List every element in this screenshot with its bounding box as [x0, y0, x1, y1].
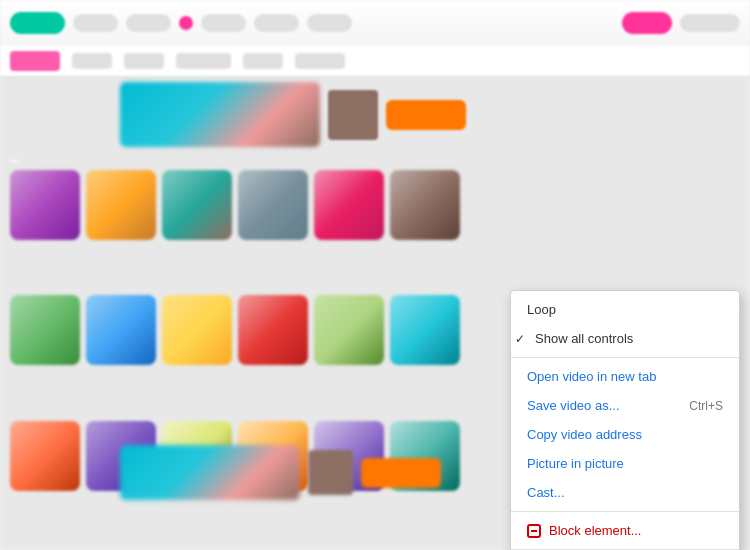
menu-item-show-all-controls[interactable]: ✓ Show all controls [511, 324, 739, 353]
save-video-as-label: Save video as... [527, 398, 620, 413]
nav-item-6 [680, 14, 740, 32]
menu-item-picture-in-picture[interactable]: Picture in picture [511, 449, 739, 478]
tab-3 [124, 53, 164, 69]
nav-dot [179, 16, 193, 30]
block-element-icon [527, 524, 541, 538]
menu-item-copy-video-address[interactable]: Copy video address [511, 420, 739, 449]
menu-divider-2 [511, 511, 739, 512]
grid-thumb-3 [162, 170, 232, 240]
hero-banner-area [120, 77, 630, 152]
grid-thumb-12 [390, 295, 460, 365]
hero-thumbnail [328, 90, 378, 140]
tab-active [10, 51, 60, 71]
open-video-new-tab-label: Open video in new tab [527, 369, 656, 384]
nav-item-2 [126, 14, 171, 32]
grid-thumb-2 [86, 170, 156, 240]
tab-4 [176, 53, 231, 69]
context-menu: Loop ✓ Show all controls Open video in n… [510, 290, 740, 550]
tab-5 [243, 53, 283, 69]
grid-thumb-1 [10, 170, 80, 240]
nav-bar [0, 0, 750, 45]
nav-item-3 [201, 14, 246, 32]
nav-cta-button [622, 12, 672, 34]
nav-logo [10, 12, 65, 34]
hero-image-2 [120, 445, 300, 500]
menu-divider-1 [511, 357, 739, 358]
loop-label: Loop [527, 302, 556, 317]
menu-item-open-video-new-tab[interactable]: Open video in new tab [511, 362, 739, 391]
grid-thumb-8 [86, 295, 156, 365]
menu-item-cast[interactable]: Cast... [511, 478, 739, 507]
grid-thumb-6 [390, 170, 460, 240]
hero-thumb-2 [308, 450, 353, 495]
grid-thumb-5 [314, 170, 384, 240]
tab-bar [0, 45, 750, 77]
tab-6 [295, 53, 345, 69]
grid-thumb-10 [238, 295, 308, 365]
nav-item-1 [73, 14, 118, 32]
grid-thumb-13 [10, 421, 80, 491]
copy-video-address-label: Copy video address [527, 427, 642, 442]
nav-item-5 [307, 14, 352, 32]
grid-thumb-11 [314, 295, 384, 365]
menu-item-loop[interactable]: Loop [511, 295, 739, 324]
menu-item-block-element[interactable]: Block element... [511, 516, 739, 545]
block-element-label: Block element... [549, 523, 642, 538]
save-video-shortcut: Ctrl+S [689, 399, 723, 413]
show-all-controls-label: Show all controls [535, 331, 633, 346]
picture-in-picture-label: Picture in picture [527, 456, 624, 471]
grid-thumb-7 [10, 295, 80, 365]
hero-banner-area-2 [120, 440, 450, 505]
checkmark-icon: ✓ [515, 332, 525, 346]
hero-cta-2 [361, 458, 441, 488]
grid-thumb-4 [238, 170, 308, 240]
hero-cta-button [386, 100, 466, 130]
tab-2 [72, 53, 112, 69]
hero-image [120, 82, 320, 147]
cast-label: Cast... [527, 485, 565, 500]
grid-thumb-9 [162, 295, 232, 365]
nav-item-4 [254, 14, 299, 32]
menu-item-save-video-as[interactable]: Save video as... Ctrl+S [511, 391, 739, 420]
